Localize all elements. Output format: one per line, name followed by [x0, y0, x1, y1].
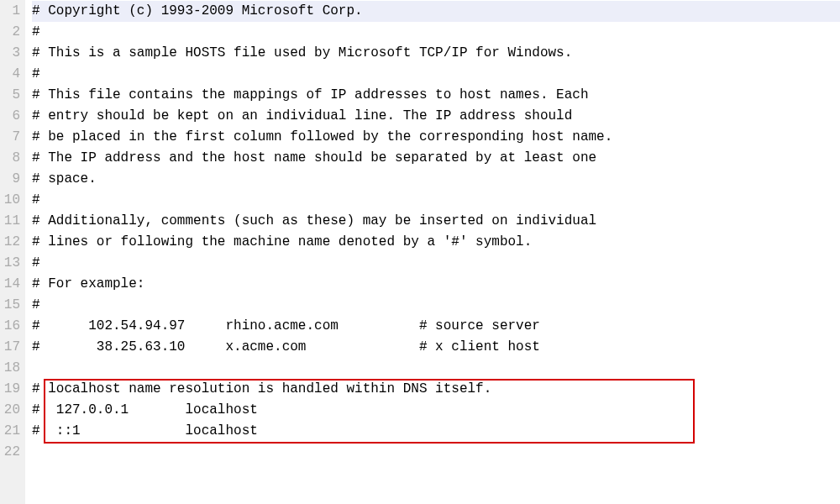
line-number: 16: [3, 316, 20, 337]
line-number: 5: [3, 85, 20, 106]
code-line: # lines or following the machine name de…: [32, 232, 840, 253]
code-line: # 127.0.0.1 localhost: [32, 400, 840, 421]
code-line: # This file contains the mappings of IP …: [32, 85, 840, 106]
line-number: 19: [3, 379, 20, 400]
code-line: # localhost name resolution is handled w…: [32, 379, 840, 400]
line-number-gutter: 1 2 3 4 5 6 7 8 9 10 11 12 13 14 15 16 1…: [0, 0, 25, 504]
line-number: 12: [3, 232, 20, 253]
code-line: # This is a sample HOSTS file used by Mi…: [32, 43, 840, 64]
code-line: # Copyright (c) 1993-2009 Microsoft Corp…: [32, 1, 840, 22]
line-number: 2: [3, 22, 20, 43]
line-number: 20: [3, 400, 20, 421]
line-number: 17: [3, 337, 20, 358]
text-editor: 1 2 3 4 5 6 7 8 9 10 11 12 13 14 15 16 1…: [0, 0, 840, 504]
code-line: #: [32, 64, 840, 85]
line-number: 21: [3, 421, 20, 442]
line-number: 18: [3, 358, 20, 379]
line-number: 6: [3, 106, 20, 127]
code-line: # space.: [32, 169, 840, 190]
code-line: # be placed in the first column followed…: [32, 127, 840, 148]
line-number: 13: [3, 253, 20, 274]
line-number: 10: [3, 190, 20, 211]
code-line: #: [32, 295, 840, 316]
line-number: 8: [3, 148, 20, 169]
line-number: 4: [3, 64, 20, 85]
code-line: # entry should be kept on an individual …: [32, 106, 840, 127]
code-line: # Additionally, comments (such as these)…: [32, 211, 840, 232]
code-line: #: [32, 22, 840, 43]
code-line: [32, 358, 840, 379]
code-line: # ::1 localhost: [32, 421, 840, 442]
line-number: 1: [3, 1, 20, 22]
code-line: [32, 442, 840, 463]
code-line: # For example:: [32, 274, 840, 295]
code-area[interactable]: # Copyright (c) 1993-2009 Microsoft Corp…: [25, 0, 840, 504]
line-number: 11: [3, 211, 20, 232]
code-line: # 102.54.94.97 rhino.acme.com # source s…: [32, 316, 840, 337]
code-line: #: [32, 190, 840, 211]
code-line: #: [32, 253, 840, 274]
code-line: # The IP address and the host name shoul…: [32, 148, 840, 169]
line-number: 3: [3, 43, 20, 64]
code-line: # 38.25.63.10 x.acme.com # x client host: [32, 337, 840, 358]
line-number: 22: [3, 442, 20, 463]
line-number: 9: [3, 169, 20, 190]
line-number: 7: [3, 127, 20, 148]
line-number: 14: [3, 274, 20, 295]
line-number: 15: [3, 295, 20, 316]
